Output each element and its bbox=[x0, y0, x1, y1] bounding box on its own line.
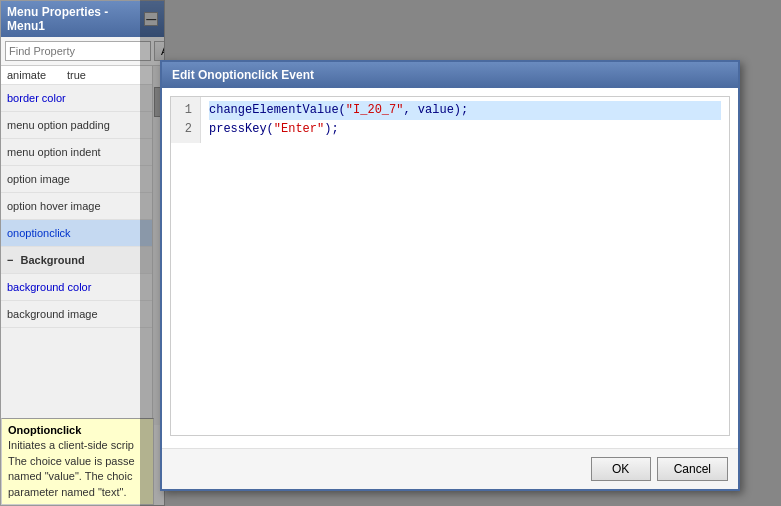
tooltip-area: Onoptionclick Initiates a client-side sc… bbox=[1, 418, 154, 505]
find-property-input[interactable] bbox=[5, 41, 151, 61]
animate-value: true bbox=[67, 69, 86, 81]
property-item-border-color[interactable]: border color bbox=[1, 85, 152, 112]
cancel-button[interactable]: Cancel bbox=[657, 457, 728, 481]
line-number-1: 1 bbox=[175, 101, 196, 120]
dialog-title: Edit Onoptionclick Event bbox=[172, 68, 314, 82]
property-item-background-section[interactable]: − Background bbox=[1, 247, 152, 274]
collapse-icon: − bbox=[7, 254, 13, 266]
property-items-inner: animate true border color menu option pa… bbox=[1, 66, 152, 425]
property-item-menu-option-padding[interactable]: menu option padding bbox=[1, 112, 152, 139]
property-item-background-image[interactable]: background image bbox=[1, 301, 152, 328]
property-item-onoptionclick[interactable]: onoptionclick bbox=[1, 220, 152, 247]
line-numbers: 1 2 bbox=[171, 97, 201, 143]
dialog-body: 1 2 changeElementValue("I_20_7", value);… bbox=[162, 88, 738, 448]
property-item-menu-option-indent[interactable]: menu option indent bbox=[1, 139, 152, 166]
ok-button[interactable]: OK bbox=[591, 457, 651, 481]
dialog-footer: OK Cancel bbox=[162, 448, 738, 489]
code-line-1: changeElementValue("I_20_7", value); bbox=[209, 101, 721, 120]
property-item-background-color[interactable]: background color bbox=[1, 274, 152, 301]
animate-label: animate bbox=[7, 69, 67, 81]
property-item-option-image[interactable]: option image bbox=[1, 166, 152, 193]
property-item-option-hover-image[interactable]: option hover image bbox=[1, 193, 152, 220]
animate-property-row: animate true bbox=[1, 66, 152, 85]
dialog-overlay: Edit Onoptionclick Event 1 2 changeEleme… bbox=[140, 0, 781, 506]
tooltip-text: Initiates a client-side scrip The choice… bbox=[8, 438, 147, 500]
code-content: changeElementValue("I_20_7", value); pre… bbox=[201, 97, 729, 143]
code-line-2: pressKey("Enter"); bbox=[209, 120, 721, 139]
tooltip-title: Onoptionclick bbox=[8, 423, 147, 438]
edit-event-dialog: Edit Onoptionclick Event 1 2 changeEleme… bbox=[160, 60, 740, 491]
dialog-header: Edit Onoptionclick Event bbox=[162, 62, 738, 88]
code-editor-inner: 1 2 changeElementValue("I_20_7", value);… bbox=[171, 97, 729, 143]
panel-title-text: Menu Properties - Menu1 bbox=[7, 5, 144, 33]
code-editor[interactable]: 1 2 changeElementValue("I_20_7", value);… bbox=[170, 96, 730, 436]
line-number-2: 2 bbox=[175, 120, 196, 139]
